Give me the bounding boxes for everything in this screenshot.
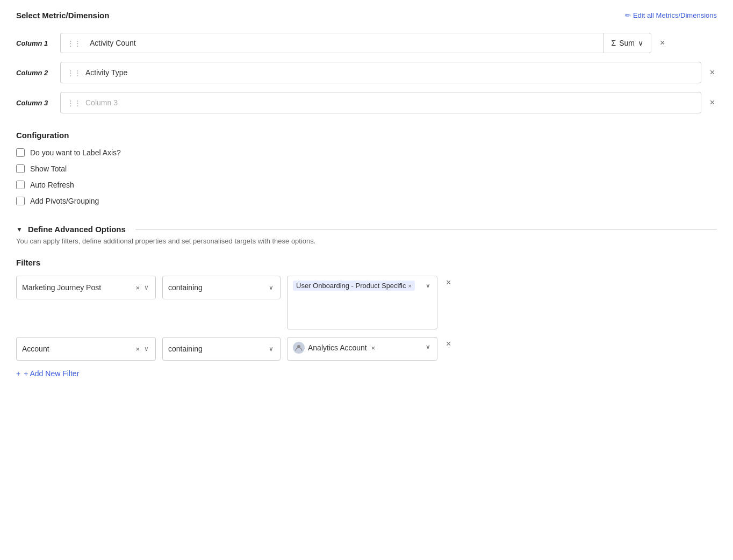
filter-value-chevron-button[interactable]: ∨ — [425, 342, 432, 351]
avatar — [293, 342, 305, 354]
filter-operator-select-1[interactable]: containing ∨ — [162, 337, 281, 361]
drag-handle: ⋮⋮ — [67, 69, 81, 77]
filter-field-select-0[interactable]: Marketing Journey Post × ∨ — [16, 276, 156, 299]
column-input-text: Activity Type — [85, 68, 694, 77]
filter-operator-chevron-button[interactable]: ∨ — [268, 344, 275, 354]
filter-field-clear-button[interactable]: × — [134, 344, 141, 354]
filters-title: Filters — [16, 258, 717, 267]
column-row: Column 1 ⋮⋮ Activity Count Σ Sum ∨ × — [16, 33, 717, 53]
chevron-down-icon: ∨ — [638, 39, 643, 47]
column-row: Column 2 ⋮⋮ Activity Type × — [16, 62, 717, 83]
checkbox-label_axis[interactable] — [16, 148, 25, 157]
column-close-button-1[interactable]: × — [658, 36, 667, 50]
filter-tag-text: User Onboarding - Product Specific — [296, 282, 406, 290]
filter-value-0[interactable]: User Onboarding - Product Specific × ∨ — [287, 276, 437, 329]
column-input-wrap-1[interactable]: ⋮⋮ Activity Count Σ Sum ∨ — [60, 33, 651, 53]
column-input-text: Activity Count — [88, 33, 603, 53]
column-label-1: Column 1 — [16, 39, 54, 47]
filters-container: Marketing Journey Post × ∨ containing ∨ … — [16, 276, 717, 361]
checkbox-label-label_axis[interactable]: Do you want to Label Axis? — [30, 148, 121, 157]
columns-container: Column 1 ⋮⋮ Activity Count Σ Sum ∨ ×Colu… — [16, 33, 717, 113]
filter-operator-chevron-button[interactable]: ∨ — [268, 283, 275, 292]
drag-handle: ⋮⋮ — [67, 99, 81, 107]
column-label-3: Column 3 — [16, 99, 54, 107]
filter-field-select-1[interactable]: Account × ∨ — [16, 337, 156, 361]
add-new-filter-button[interactable]: + + Add New Filter — [16, 369, 79, 378]
advanced-title: Define Advanced Options — [28, 225, 126, 234]
filter-row-close-button-1[interactable]: × — [444, 337, 453, 351]
checkbox-add_pivots[interactable] — [16, 197, 25, 205]
configuration-title: Configuration — [16, 131, 717, 140]
filter-field-chevron-button[interactable]: ∨ — [143, 283, 150, 292]
column-row: Column 3 ⋮⋮ Column 3 × — [16, 92, 717, 113]
checkbox-show_total[interactable] — [16, 164, 25, 173]
section-header: Select Metric/Dimension ✏ Edit all Metri… — [16, 11, 717, 20]
checkbox-row-label_axis: Do you want to Label Axis? — [16, 148, 717, 157]
checkbox-label-show_total[interactable]: Show Total — [30, 164, 67, 173]
sigma-icon: Σ — [612, 39, 616, 47]
filter-value-tag-0: User Onboarding - Product Specific × — [293, 281, 415, 291]
column-input-wrap-3[interactable]: ⋮⋮ Column 3 — [60, 92, 701, 113]
checkbox-row-add_pivots: Add Pivots/Grouping — [16, 197, 717, 205]
filter-value-clear-button[interactable]: × — [370, 343, 377, 353]
advanced-description: You can apply filters, define additional… — [16, 237, 717, 245]
checkbox-auto_refresh[interactable] — [16, 181, 25, 189]
column-input-text: Column 3 — [85, 98, 694, 107]
advanced-section: ▼ Define Advanced Options You can apply … — [16, 225, 717, 378]
filter-field-text: Account — [22, 344, 134, 353]
filter-value-chevron-button[interactable]: ∨ — [425, 281, 432, 290]
checkbox-row-auto_refresh: Auto Refresh — [16, 181, 717, 189]
filter-operator-text: containing — [168, 283, 268, 292]
aggregate-select[interactable]: Σ Sum ∨ — [603, 33, 651, 53]
filter-row-close-button-0[interactable]: × — [444, 276, 453, 290]
advanced-header: ▼ Define Advanced Options — [16, 225, 717, 234]
checkboxes-container: Do you want to Label Axis?Show TotalAuto… — [16, 148, 717, 205]
filter-value-1[interactable]: Analytics Account × ∨ — [287, 337, 437, 361]
filter-operator-text: containing — [168, 344, 268, 353]
checkbox-label-auto_refresh[interactable]: Auto Refresh — [30, 181, 74, 189]
chevron-down-icon[interactable]: ▼ — [16, 226, 23, 233]
column-close-button-3[interactable]: × — [708, 96, 717, 110]
filter-value-with-avatar: Analytics Account × — [293, 342, 376, 354]
plus-icon: + — [16, 369, 20, 378]
column-label-2: Column 2 — [16, 69, 54, 77]
column-input-wrap-2[interactable]: ⋮⋮ Activity Type — [60, 62, 701, 83]
filter-field-text: Marketing Journey Post — [22, 283, 134, 292]
column-close-button-2[interactable]: × — [708, 66, 717, 80]
filter-field-clear-button[interactable]: × — [134, 283, 141, 293]
filter-field-chevron-button[interactable]: ∨ — [143, 344, 150, 354]
filter-row-0: Marketing Journey Post × ∨ containing ∨ … — [16, 276, 717, 329]
filter-operator-select-0[interactable]: containing ∨ — [162, 276, 281, 299]
section-title: Select Metric/Dimension — [16, 11, 109, 20]
advanced-divider — [135, 229, 717, 229]
aggregate-value: Sum — [619, 39, 635, 47]
checkbox-label-add_pivots[interactable]: Add Pivots/Grouping — [30, 197, 99, 205]
filter-row-1: Account × ∨ containing ∨ Analytics Accou… — [16, 337, 717, 361]
checkbox-row-show_total: Show Total — [16, 164, 717, 173]
filter-field-actions: × ∨ — [134, 283, 150, 293]
pencil-icon: ✏ — [625, 11, 631, 19]
filter-tag-remove-button[interactable]: × — [408, 283, 411, 289]
edit-all-link[interactable]: ✏ Edit all Metrics/Dimensions — [625, 11, 717, 19]
drag-handle: ⋮⋮ — [61, 33, 88, 53]
filter-value-text: Analytics Account — [308, 343, 367, 352]
add-filter-label: + Add New Filter — [24, 369, 79, 378]
filter-field-actions: × ∨ — [134, 344, 150, 354]
